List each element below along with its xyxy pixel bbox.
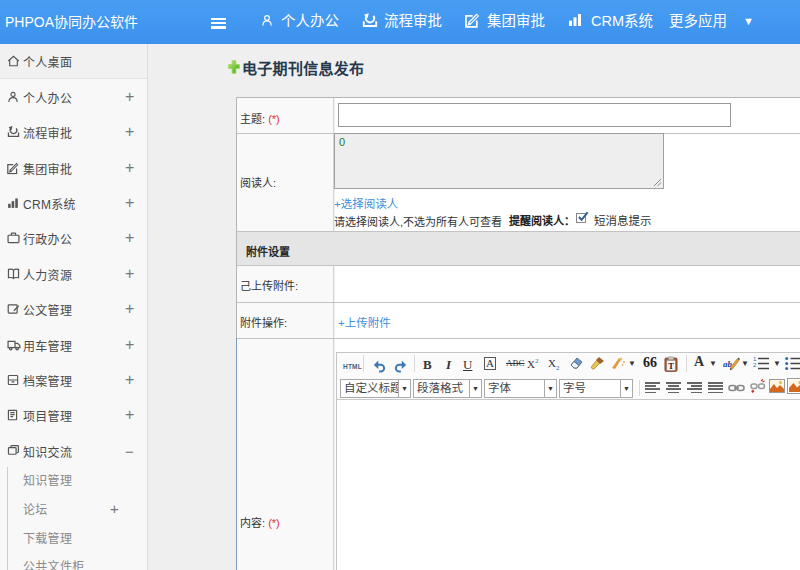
svg-text:2: 2 bbox=[753, 362, 757, 368]
svg-text:T: T bbox=[668, 362, 674, 371]
